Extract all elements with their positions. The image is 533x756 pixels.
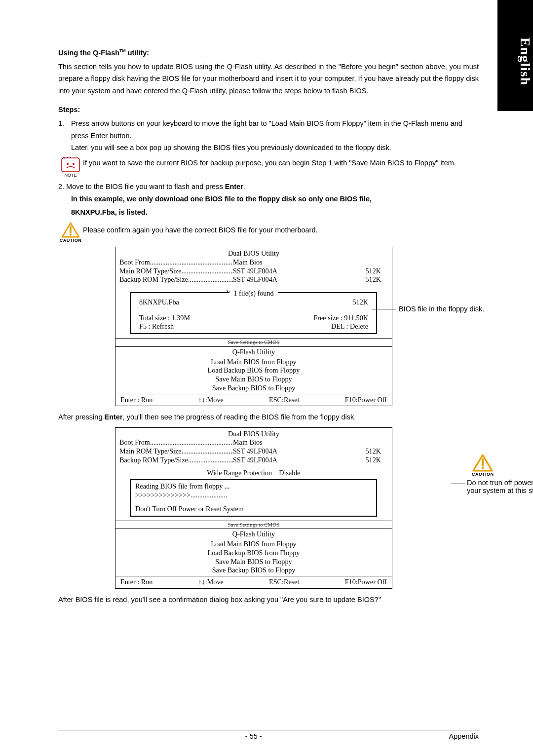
footer-move-2: ↑↓:Move [198,578,224,587]
note-icon: NOTE [58,157,83,178]
reading-line-1: Reading BIOS file from floppy ... [135,482,372,491]
popup-title: 1 file(s) found [229,289,277,298]
example-note: In this example, we only download one BI… [71,192,479,219]
backup-rom-label-2: Backup ROM Type/Size [119,456,188,464]
heading-using-qflash: Using the Q-FlashTM utility: [58,48,479,57]
bios-title-2: Dual BIOS Utility [119,430,388,439]
backup-rom-size-2: 512K [322,456,381,465]
backup-rom-value-2: SST 49LF004A [233,456,322,465]
language-tab: English [497,0,533,111]
footer-move: ↑↓:Move [198,396,224,405]
bios-screenshot-2: Dual BIOS Utility Boot From Main Bios Ma… [58,427,479,589]
file-name: 8KNXPU.Fba [139,298,179,307]
example-line-1: In this example, we only download one BI… [71,192,479,206]
main-rom-label: Main ROM Type/Size [119,267,182,275]
footer-f10: F10:Power Off [345,396,387,405]
after-enter-pre: After pressing [58,413,105,421]
step-1-number: 1. [58,117,71,154]
menu-load-main: Load Main BIOS from Floppy [115,358,392,367]
save-settings-strike-2: Save Settings to CMOS [228,522,280,528]
step-1-text-a: Press arrow buttons on your keyboard to … [71,117,479,142]
footer-enter-2: Enter : Run [120,578,152,587]
footer-esc-2: ESC:Reset [269,578,299,587]
after-enter-post: , you'll then see the progress of readin… [123,413,356,421]
backup-rom-size: 512K [322,275,381,284]
caution-right-text: Do not trun off power or reset your syst… [467,479,533,494]
page-footer: - 55 - Appendix [58,730,479,740]
svg-point-8 [482,467,484,469]
annotation-bios-file: BIOS file in the floppy disk. [399,304,493,315]
free-size: Free size : 911.50K [313,314,368,323]
main-rom-value: SST 49LF004A [233,267,322,276]
menu-load-backup-2: Load Backup BIOS from Floppy [115,549,392,558]
step-1-text-b: Later, you will see a box pop up showing… [71,142,479,154]
trademark: TM [119,48,126,53]
example-line-2: 8KNXPU.Fba, is listed. [71,206,479,219]
svg-point-0 [67,163,69,165]
file-size: 512K [352,298,368,307]
menu-save-backup: Save Backup BIOS to Floppy [115,384,392,393]
caution-icon: CAUTION [58,222,83,243]
note-block: NOTE If you want to save the current BIO… [58,157,479,178]
annotation-bios-file-text: BIOS file in the floppy disk. [399,305,484,313]
page-number: - 55 - [245,732,262,740]
wide-range-value-2: Disable [279,469,300,477]
step-2-enter: Enter [225,183,243,190]
boot-from-label-2: Boot From [119,438,150,446]
svg-point-6 [70,233,72,235]
menu-save-backup-2: Save Backup BIOS to Floppy [115,566,392,575]
caution-label: CAUTION [60,238,82,243]
main-rom-size-2: 512K [322,447,381,456]
del-delete: DEL : Delete [331,322,368,331]
wide-range-label-2: Wide Range Protection [207,469,272,477]
step-2-pre: 2. Move to the BIOS file you want to fla… [58,183,225,190]
menu-load-backup: Load Backup BIOS from Floppy [115,366,392,375]
footer-f10-2: F10:Power Off [345,578,387,587]
main-rom-value-2: SST 49LF004A [233,447,322,456]
reading-warning: Don't Turn Off Power or Reset System [135,505,372,514]
f5-refresh: F5 : Refresh [139,322,174,331]
main-rom-size: 512K [322,267,381,276]
backup-rom-label: Backup ROM Type/Size [119,275,188,283]
bios-title: Dual BIOS Utility [119,249,388,258]
boot-from-value: Main Bios [233,258,322,267]
after-enter-bold: Enter [105,413,123,421]
step-2-post: . [243,183,245,190]
footer-esc: ESC:Reset [269,396,299,405]
svg-point-1 [73,163,75,165]
after-read-paragraph: After BIOS file is read, you'll see a co… [58,594,479,605]
boot-from-label: Boot From [119,258,150,266]
heading-text-post: utility: [126,49,150,57]
caution-right-block: CAUTION Do not trun off power or reset y… [467,454,533,494]
boot-from-value-2: Main Bios [233,438,322,447]
save-settings-strike: Save Settings to CMOS [228,339,280,345]
menu-save-main-2: Save Main BIOS to Floppy [115,558,392,567]
bios-screenshot-1: Dual BIOS Utility Boot From Main Bios Ma… [58,247,479,406]
qflash-utility-label-2: Q-Flash Utility [115,529,392,540]
backup-rom-value: SST 49LF004A [233,275,322,284]
heading-text-pre: Using the Q-Flash [58,49,119,57]
note-label: NOTE [64,173,76,178]
step-1: 1. Press arrow buttons on your keyboard … [58,117,479,154]
caution-text: Please confirm again you have the correc… [83,222,479,236]
menu-save-main: Save Main BIOS to Floppy [115,375,392,384]
footer-enter: Enter : Run [120,396,152,405]
caution-block-1: CAUTION Please confirm again you have th… [58,222,479,243]
appendix-label: Appendix [449,732,479,740]
main-rom-label-2: Main ROM Type/Size [119,447,182,455]
menu-load-main-2: Load Main BIOS from Floppy [115,540,392,549]
step-2: 2. Move to the BIOS file you want to fla… [58,181,479,193]
reading-progress: >>>>>>>>>>>>>>..................... [135,491,372,500]
caution-icon-right [472,454,494,472]
after-enter-paragraph: After pressing Enter, you'll then see th… [58,411,479,423]
caution-label-right: CAUTION [472,472,494,477]
total-size: Total size : 1.39M [139,314,190,323]
qflash-utility-label: Q-Flash Utility [115,347,392,358]
note-text: If you want to save the current BIOS for… [83,157,479,169]
intro-paragraph: This section tells you how to update BIO… [58,61,479,97]
heading-steps: Steps: [58,106,479,113]
